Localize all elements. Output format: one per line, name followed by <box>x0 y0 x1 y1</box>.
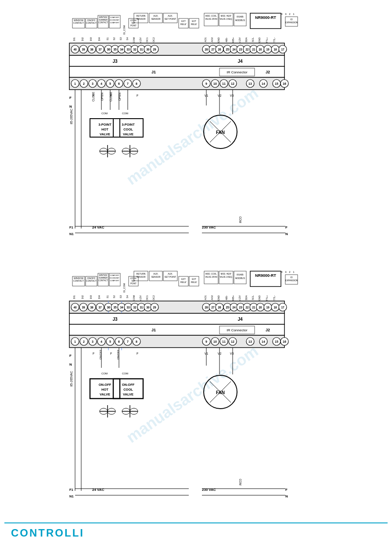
io-exp-2: EXPANSION <box>285 21 298 24</box>
svg-text:+12V: +12V <box>139 37 142 43</box>
svg-text:2: 2 <box>83 340 85 343</box>
cool-valve-2-1: ON-OFF <box>122 383 135 387</box>
label-aux-sp: AUX. <box>168 15 173 17</box>
butterfly-cool-2 <box>122 405 138 417</box>
svg-text:1: 1 <box>74 340 76 343</box>
label-rs485: RS485 <box>237 15 244 18</box>
svg-text:485+: 485+ <box>232 295 234 301</box>
svg-text:31: 31 <box>140 48 143 51</box>
label-economy-2: ECONOMY <box>110 277 119 279</box>
svg-text:SDA: SDA <box>245 295 248 301</box>
svg-text:+12V: +12V <box>238 295 241 301</box>
label-mod-cool2-2: VALVE 2/FAN <box>205 276 217 278</box>
svg-text:AO2: AO2 <box>211 37 213 42</box>
pins-j3-group: 40 39 38 37 36 35 34 <box>71 45 158 53</box>
j4-label-2: J4 <box>237 317 243 322</box>
label-rele1-2: RELE' <box>180 281 187 283</box>
n1-label-1: N1 <box>69 232 74 236</box>
svg-text:36: 36 <box>107 48 110 51</box>
svg-text:4: 4 <box>101 82 102 85</box>
label-comfort-2: COMFORT <box>110 274 119 276</box>
label-aux-sensor2: SENSOR <box>151 18 161 20</box>
svg-text:S3: S3 <box>119 295 122 298</box>
label-return-2: RETURN <box>137 272 146 275</box>
io-exp-1-2: IO <box>290 276 292 279</box>
pins-j4-group: 28 27 26 25 24 23 22 21 20 19 <box>202 45 287 53</box>
svg-text:35: 35 <box>113 306 117 309</box>
hot-valve-2-2: HOT <box>101 388 108 392</box>
label-set: SET <box>132 22 136 24</box>
label-rs485-2: RS485 <box>237 273 244 276</box>
vac24-1: 24 VAC <box>92 225 104 229</box>
svg-text:TTL+: TTL+ <box>266 37 268 43</box>
svg-rect-238 <box>69 313 284 324</box>
hot-valve-1: 3-POINT <box>98 123 111 127</box>
svg-text:20: 20 <box>259 306 262 309</box>
label-aux-sp-2: AUX. <box>168 272 173 275</box>
label-set-point: SET POINT <box>165 18 176 20</box>
f-pin3: F <box>93 94 94 97</box>
hot-valve-2: HOT <box>101 127 108 131</box>
label-aux-sensor: AUX. <box>153 15 158 17</box>
f-label-2: F <box>69 354 72 358</box>
svg-text:29: 29 <box>153 306 156 309</box>
io-num-3: 3 <box>285 13 287 15</box>
label-mod-heat-2: MOD. HEAT <box>221 273 232 275</box>
butterfly-hot-2 <box>100 405 115 417</box>
svg-text:6: 6 <box>118 82 120 85</box>
svg-text:GND: GND <box>258 37 261 43</box>
io-num-2: 2 <box>289 13 291 15</box>
f-right-2: F <box>285 488 288 492</box>
j2-label-2: J2 <box>266 328 270 332</box>
label-point: POINT <box>130 25 137 27</box>
label-comfort: COMFORT <box>110 16 119 18</box>
vac24-2: 24 VAC <box>92 488 104 492</box>
cool-valve-2-2: COOL <box>123 388 133 392</box>
svg-text:14: 14 <box>262 82 265 85</box>
svg-text:SCL: SCL <box>252 37 254 42</box>
f1-label-1: F1 <box>69 225 73 229</box>
io-num-4: 4 <box>281 13 283 15</box>
svg-text:30: 30 <box>146 306 150 309</box>
label-mod-heat: MOD. HEAT <box>221 15 232 17</box>
label-sensor: SENSOR <box>136 18 146 20</box>
n-label-1: N <box>69 105 72 109</box>
f-pin8: F <box>137 94 138 97</box>
io-exp-1: IO <box>290 18 292 21</box>
label-set-point-2: SET POINT <box>165 276 176 278</box>
label-economy: ECONOMY <box>110 19 119 21</box>
label-mod-cool-2: MOD. COOL <box>205 273 217 275</box>
vac-label-2: 85-265VAC <box>70 371 73 387</box>
label-local: LOCAL <box>130 19 137 22</box>
page-container: manualsarchive.com WINDOW CONTACT ON/OFF… <box>0 0 392 555</box>
svg-text:13: 13 <box>248 340 252 343</box>
svg-text:31: 31 <box>140 306 143 309</box>
label-modbus: MODBUS <box>235 19 245 22</box>
io-num-4-2: 4 <box>281 271 283 273</box>
label-local-2: LOCAL <box>130 277 137 279</box>
label-rele1: RELE' <box>180 23 187 25</box>
svg-text:AO2: AO2 <box>211 295 213 300</box>
j1-label-2: J1 <box>151 328 156 332</box>
label-sensor-2: SENSOR <box>136 276 146 278</box>
svg-text:19: 19 <box>266 48 270 51</box>
io-num-3-2: 3 <box>285 271 287 273</box>
label-comfort2: COMFORT <box>110 22 119 24</box>
svg-text:8: 8 <box>136 82 137 85</box>
svg-text:OC1: OC1 <box>146 37 148 42</box>
io-num-2-2: 2 <box>289 271 291 273</box>
com-vert-1: COM <box>239 216 242 223</box>
svg-text:+12V: +12V <box>238 37 241 43</box>
svg-text:TTL-: TTL- <box>273 295 276 301</box>
svg-text:8: 8 <box>136 340 137 343</box>
footer: CONTROLLI <box>4 522 388 543</box>
svg-text:10: 10 <box>213 82 217 85</box>
label-mod-heat2: VALVE 1/SEQ. <box>219 18 233 20</box>
svg-text:25: 25 <box>226 48 229 51</box>
io-exp-2-2: EXPANSION <box>285 279 298 282</box>
svg-text:39: 39 <box>82 48 85 51</box>
f-pin8-2: F <box>137 352 138 355</box>
svg-text:23: 23 <box>239 306 242 309</box>
svg-text:38: 38 <box>90 306 94 309</box>
j3-label-1: J3 <box>112 59 118 64</box>
